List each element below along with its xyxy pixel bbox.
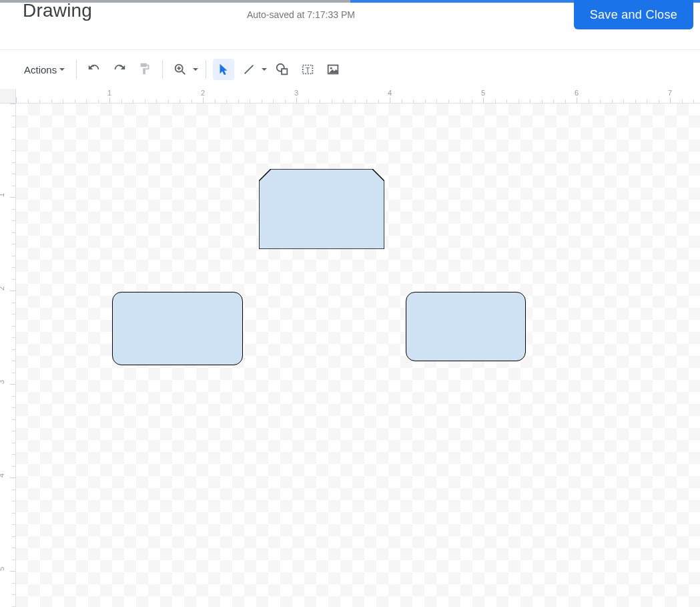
- ruler-tick: [156, 99, 157, 103]
- line-tool[interactable]: [238, 59, 268, 80]
- ruler-tick: [12, 454, 15, 455]
- ruler-tick: [472, 99, 472, 103]
- ruler-tick: [12, 162, 15, 163]
- ruler-tick: [12, 466, 15, 467]
- image-tool[interactable]: [322, 59, 344, 80]
- ruler-tick: [495, 99, 496, 103]
- ruler-tick: [565, 99, 566, 103]
- ruler-tick: [12, 349, 15, 350]
- ruler-tick: [589, 99, 589, 103]
- ruler-tick: [250, 99, 250, 103]
- autosave-status: Auto-saved at 7:17:33 PM: [247, 9, 355, 20]
- canvas-area: 1234567 12345: [0, 89, 700, 607]
- ruler-tick: [215, 99, 216, 103]
- ruler-tick: [12, 244, 15, 244]
- save-and-close-button[interactable]: Save and Close: [574, 0, 693, 29]
- ruler-tick: [355, 99, 356, 103]
- ruler-tick: [10, 290, 15, 291]
- ruler-tick: [483, 97, 484, 103]
- ruler-label: 3: [294, 89, 298, 97]
- ruler-label: 6: [575, 89, 579, 97]
- caret-down-icon: [59, 66, 65, 73]
- ruler-tick: [109, 97, 110, 103]
- caret-down-icon: [261, 66, 268, 73]
- header: Drawing Auto-saved at 7:17:33 PM Save an…: [0, 3, 700, 33]
- ruler-tick: [12, 431, 15, 431]
- redo-button[interactable]: [109, 59, 130, 80]
- shape-card[interactable]: [259, 169, 384, 249]
- textbox-tool[interactable]: T: [297, 59, 318, 80]
- ruler-tick: [425, 99, 426, 103]
- ruler-tick: [659, 99, 659, 103]
- ruler-tick: [530, 99, 531, 103]
- ruler-horizontal[interactable]: 1234567: [16, 89, 700, 104]
- ruler-tick: [635, 99, 636, 103]
- ruler-label: 2: [201, 89, 205, 97]
- ruler-tick: [553, 99, 554, 103]
- actions-label: Actions: [24, 64, 57, 75]
- ruler-tick: [460, 99, 460, 103]
- svg-point-10: [330, 67, 332, 69]
- ruler-tick: [12, 419, 15, 420]
- ruler-tick: [12, 256, 15, 256]
- ruler-tick: [647, 99, 647, 103]
- ruler-tick: [12, 548, 15, 548]
- ruler-tick: [12, 407, 15, 408]
- drawing-surface[interactable]: [16, 104, 700, 607]
- ruler-tick: [670, 97, 671, 103]
- ruler-tick: [285, 99, 286, 103]
- shape-rrect-right[interactable]: [406, 292, 526, 361]
- ruler-label: 1: [107, 89, 111, 97]
- select-tool[interactable]: [213, 59, 234, 80]
- ruler-tick: [39, 99, 40, 103]
- header-divider: [0, 49, 700, 50]
- ruler-tick: [12, 501, 15, 501]
- ruler-tick: [390, 97, 390, 103]
- ruler-vertical[interactable]: 12345: [0, 104, 16, 607]
- ruler-tick: [86, 99, 87, 103]
- ruler-tick: [12, 220, 15, 221]
- ruler-tick: [203, 97, 204, 103]
- ruler-tick: [12, 337, 15, 338]
- ruler-corner: [0, 89, 16, 104]
- ruler-tick: [75, 99, 75, 103]
- shape-rrect-left[interactable]: [112, 292, 243, 365]
- ruler-tick: [168, 99, 169, 103]
- ruler-tick: [12, 150, 15, 151]
- zoom-menu[interactable]: [169, 59, 199, 80]
- ruler-tick: [12, 326, 15, 327]
- ruler-tick: [12, 536, 15, 537]
- ruler-tick: [12, 524, 15, 525]
- paint-format-button: [134, 59, 155, 80]
- ruler-tick: [192, 99, 192, 103]
- ruler-tick: [133, 99, 133, 103]
- ruler-tick: [12, 314, 15, 315]
- undo-button[interactable]: [83, 59, 105, 80]
- ruler-tick: [612, 99, 613, 103]
- ruler-tick: [273, 99, 274, 103]
- actions-menu[interactable]: Actions: [23, 61, 69, 78]
- ruler-tick: [10, 571, 15, 572]
- ruler-tick: [343, 99, 344, 103]
- ruler-tick: [296, 97, 297, 103]
- ruler-tick: [10, 477, 15, 478]
- ruler-tick: [623, 99, 624, 103]
- shape-tool[interactable]: [272, 59, 293, 80]
- ruler-tick: [10, 197, 15, 198]
- toolbar: Actions: [0, 55, 700, 84]
- ruler-tick: [12, 174, 15, 174]
- ruler-tick: [308, 99, 309, 103]
- ruler-tick: [12, 560, 15, 560]
- ruler-label: 7: [668, 89, 672, 97]
- ruler-tick: [12, 396, 15, 397]
- caret-down-icon: [192, 66, 199, 73]
- ruler-tick: [12, 361, 15, 361]
- ruler-tick: [12, 139, 15, 140]
- ruler-tick: [12, 209, 15, 210]
- ruler-tick: [366, 99, 367, 103]
- zoom-icon: [169, 59, 191, 80]
- ruler-tick: [693, 99, 694, 103]
- line-icon: [238, 59, 260, 80]
- ruler-tick: [16, 97, 17, 103]
- ruler-label: 4: [0, 473, 5, 477]
